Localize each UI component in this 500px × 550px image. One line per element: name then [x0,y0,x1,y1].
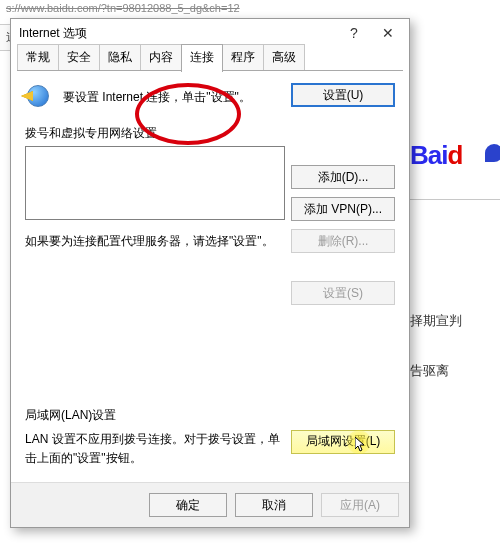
add-button[interactable]: 添加(D)... [291,165,395,189]
tab-content[interactable]: 内容 [140,44,182,71]
dial-listbox[interactable] [25,146,285,220]
lan-description: LAN 设置不应用到拨号连接。对于拨号设置，单击上面的"设置"按钮。 [25,430,291,468]
connect-description: 要设置 Internet 连接，单击"设置"。 [63,83,291,106]
help-button[interactable]: ? [337,22,371,44]
tab-programs[interactable]: 程序 [222,44,264,71]
titlebar: Internet 选项 ? ✕ [11,19,409,47]
globe-icon [27,85,53,111]
logo-dot-icon [485,144,500,162]
lan-section-title: 局域网(LAN)设置 [25,407,395,424]
apply-button: 应用(A) [321,493,399,517]
tab-security[interactable]: 安全 [58,44,100,71]
bg-news-2: 告驱离 [410,362,500,380]
setup-button[interactable]: 设置(U) [291,83,395,107]
tab-general[interactable]: 常规 [17,44,59,71]
bg-right-panel: Baid 择期宣判 告驱离 [410,0,500,550]
dial-settings-button: 设置(S) [291,281,395,305]
remove-button: 删除(R)... [291,229,395,253]
dialog-footer: 确定 取消 应用(A) [11,482,409,527]
dialog-title: Internet 选项 [19,25,87,42]
tab-privacy[interactable]: 隐私 [99,44,141,71]
bg-news-1: 择期宣判 [410,312,500,330]
tab-strip: 常规 安全 隐私 内容 连接 程序 高级 [11,47,409,71]
add-vpn-button[interactable]: 添加 VPN(P)... [291,197,395,221]
tab-connections[interactable]: 连接 [181,44,223,72]
tab-advanced[interactable]: 高级 [263,44,305,71]
lan-settings-button[interactable]: 局域网设置(L) [291,430,395,454]
dialog-body: 要设置 Internet 连接，单击"设置"。 设置(U) 拨号和虚拟专用网络设… [11,71,409,482]
dial-section-title: 拨号和虚拟专用网络设置 [25,125,395,142]
internet-options-dialog: Internet 选项 ? ✕ 常规 安全 隐私 内容 连接 程序 高级 要设置… [10,18,410,528]
cancel-button[interactable]: 取消 [235,493,313,517]
proxy-description: 如果要为连接配置代理服务器，请选择"设置"。 [25,232,285,251]
ok-button[interactable]: 确定 [149,493,227,517]
close-button[interactable]: ✕ [371,22,405,44]
